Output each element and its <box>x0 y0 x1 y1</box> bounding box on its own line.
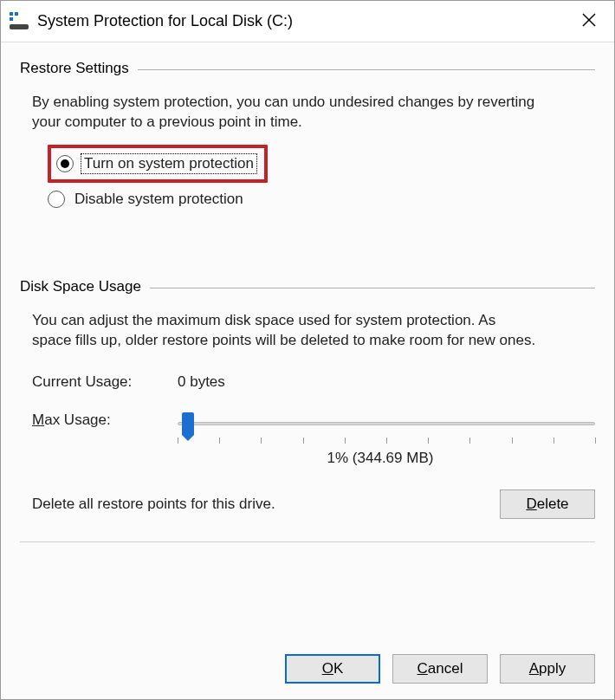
disk-space-group: Disk Space Usage <box>20 278 595 295</box>
current-usage-value: 0 bytes <box>178 373 225 391</box>
ok-button[interactable]: OK <box>285 654 380 684</box>
apply-button[interactable]: Apply <box>500 654 595 684</box>
highlight-annotation: Turn on system protection <box>48 145 268 183</box>
title-bar: System Protection for Local Disk (C:) <box>1 1 614 42</box>
restore-settings-group: Restore Settings <box>20 60 595 77</box>
separator <box>150 288 595 288</box>
radio-icon <box>48 191 65 208</box>
cancel-button[interactable]: Cancel <box>392 654 488 684</box>
close-button[interactable] <box>569 1 609 42</box>
radio-label: Disable system protection <box>72 190 246 209</box>
radio-turn-on[interactable]: Turn on system protection <box>56 153 257 174</box>
group-label: Disk Space Usage <box>20 278 150 295</box>
delete-description: Delete all restore points for this drive… <box>32 496 500 513</box>
slider-ticks <box>178 438 595 444</box>
slider-track <box>178 422 595 425</box>
slider-value: 1% (344.69 MB) <box>20 450 595 467</box>
svg-rect-2 <box>10 17 13 21</box>
max-usage-label: Max Usage: <box>32 410 178 429</box>
app-icon <box>10 12 29 31</box>
disk-description: You can adjust the maximum disk space us… <box>20 299 540 360</box>
max-usage-slider[interactable] <box>178 410 595 448</box>
window-title: System Protection for Local Disk (C:) <box>37 12 293 30</box>
radio-icon <box>56 155 74 172</box>
svg-rect-0 <box>10 12 13 16</box>
current-usage-label: Current Usage: <box>32 373 178 391</box>
svg-rect-1 <box>15 12 18 16</box>
radio-disable[interactable]: Disable system protection <box>48 190 595 209</box>
close-icon <box>582 11 596 31</box>
radio-label: Turn on system protection <box>81 153 257 174</box>
separator <box>20 541 595 542</box>
dialog-footer: OK Cancel Apply <box>1 640 614 699</box>
restore-description: By enabling system protection, you can u… <box>20 81 540 141</box>
system-protection-dialog: System Protection for Local Disk (C:) Re… <box>0 0 615 700</box>
delete-button[interactable]: Delete <box>500 489 595 519</box>
current-usage-row: Current Usage: 0 bytes <box>20 368 595 391</box>
separator <box>138 69 595 70</box>
slider-thumb[interactable] <box>182 412 194 435</box>
group-label: Restore Settings <box>20 60 138 77</box>
svg-rect-3 <box>10 24 29 29</box>
